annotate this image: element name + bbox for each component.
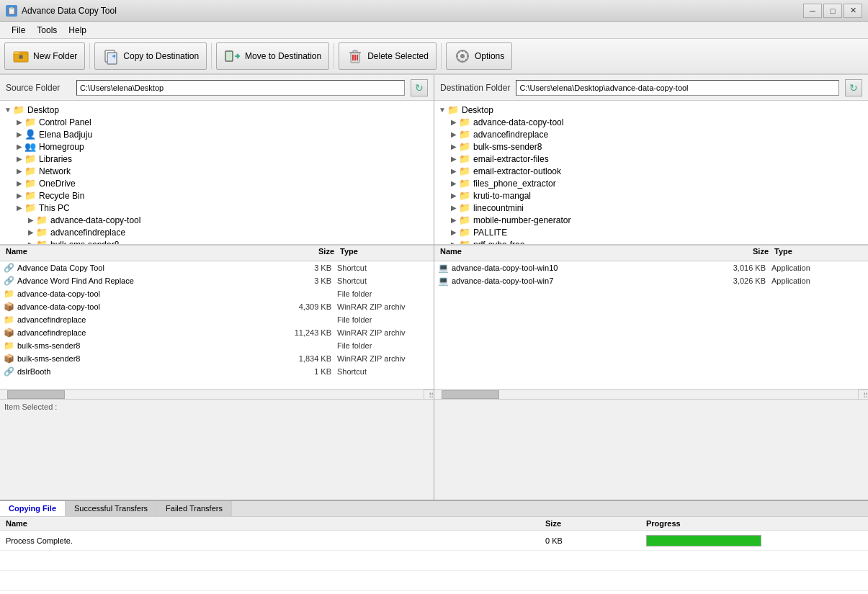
tree-item-dest-mobile[interactable]: ▶📁mobile-number-generator — [434, 214, 868, 226]
tree-item-libraries[interactable]: ▶📁Libraries — [0, 153, 434, 165]
maximize-button[interactable]: □ — [823, 4, 842, 18]
tree-item-dest-kruti[interactable]: ▶📁kruti-to-mangal — [434, 189, 868, 202]
folder-icon: 📁 — [24, 166, 36, 176]
tree-item-desktop[interactable]: ▼📁Desktop — [0, 104, 434, 116]
tree-item-dest-email-outlook[interactable]: ▶📁email-extractor-outlook — [434, 165, 868, 177]
tree-item-this-pc[interactable]: ▶📁This PC — [0, 202, 434, 214]
tree-item-homegroup[interactable]: ▶👥Homegroup — [0, 140, 434, 153]
menu-file[interactable]: File — [6, 24, 31, 37]
transfer-col-size: Size — [545, 519, 646, 528]
tree-item-dest-pallite[interactable]: ▶📁PALLITE — [434, 226, 868, 238]
file-name-text: bulk-sms-sender8 — [17, 354, 80, 363]
dest-path-input[interactable] — [516, 80, 839, 96]
close-button[interactable]: ✕ — [844, 4, 862, 18]
tree-item-onedrive[interactable]: ▶📁OneDrive — [0, 177, 434, 189]
file-item-name: 🔗Advance Data Copy Tool — [3, 262, 279, 274]
copy-to-dest-button[interactable]: Copy to Destination — [94, 42, 207, 70]
file-name-text: bulk-sms-sender8 — [17, 341, 80, 350]
file-name-text: advance-data-copy-tool-win7 — [452, 276, 553, 285]
source-resize-handle[interactable]: ⠿ — [424, 390, 434, 400]
tree-item-dest-files-phone[interactable]: ▶📁files_phone_extractor — [434, 177, 868, 189]
folder-icon: 📁 — [36, 215, 48, 225]
move-icon — [224, 48, 241, 65]
tree-item-control-panel[interactable]: ▶📁Control Panel — [0, 116, 434, 128]
file-item-name: 📁bulk-sms-sender8 — [3, 340, 279, 351]
dest-tree-scroll[interactable]: ▼📁Desktop▶📁advance-data-copy-tool▶📁advan… — [434, 101, 868, 244]
tree-item-label: Control Panel — [39, 117, 91, 127]
tab-copying-file[interactable]: Copying File — [0, 501, 66, 516]
tree-item-label: Desktop — [27, 105, 59, 115]
menu-bar: File Tools Help — [0, 22, 868, 39]
tree-item-label: Desktop — [462, 105, 493, 115]
expand-icon: ▶ — [26, 240, 36, 244]
file-type: WinRAR ZIP archiv — [337, 328, 431, 337]
file-item[interactable]: 💻advance-data-copy-tool-win73,026 KBAppl… — [434, 274, 868, 287]
source-horiz-scrollbar[interactable]: ⠿ — [0, 389, 434, 399]
file-item[interactable]: 📦bulk-sms-sender81,834 KBWinRAR ZIP arch… — [0, 352, 434, 365]
expand-icon: ▼ — [437, 106, 447, 114]
folder-icon: 📁 — [24, 117, 36, 127]
svg-point-15 — [460, 54, 465, 58]
expand-icon: ▶ — [14, 192, 24, 199]
options-button[interactable]: Options — [446, 42, 512, 70]
file-type: Shortcut — [337, 276, 431, 285]
tab-successful-transfers[interactable]: Successful Transfers — [66, 501, 157, 516]
source-path-input[interactable] — [76, 80, 405, 96]
file-type-icon: 📦 — [3, 327, 14, 338]
tree-item-label: Network — [39, 166, 71, 176]
file-item[interactable]: 🔗Advance Word Find And Replace3 KBShortc… — [0, 274, 434, 287]
expand-icon: ▶ — [449, 143, 459, 150]
file-item[interactable]: 📦advance-data-copy-tool4,309 KBWinRAR ZI… — [0, 300, 434, 313]
tab-failed-transfers[interactable]: Failed Transfers — [157, 501, 232, 516]
expand-icon: ▶ — [449, 155, 459, 163]
tree-item-src-advance-data[interactable]: ▶📁advance-data-copy-tool — [0, 214, 434, 226]
source-status-bar: Item Selected : — [0, 399, 434, 413]
source-file-area: Name Size Type 🔗Advance Data Copy Tool3 … — [0, 245, 434, 389]
menu-help[interactable]: Help — [63, 24, 92, 37]
source-file-list[interactable]: 🔗Advance Data Copy Tool3 KBShortcut🔗Adva… — [0, 261, 434, 389]
tree-item-label: email-extractor-outlook — [473, 166, 561, 176]
file-item[interactable]: 📦advancefindreplace11,243 KBWinRAR ZIP a… — [0, 326, 434, 339]
transfer-row-empty — [0, 551, 868, 571]
file-size: 3 KB — [279, 264, 337, 272]
tree-item-label: This PC — [39, 203, 70, 213]
file-item[interactable]: 🔗dslrBooth1 KBShortcut — [0, 365, 434, 378]
tree-item-dest-advancefind[interactable]: ▶📁advancefindreplace — [434, 128, 868, 140]
tree-item-dest-advance-data[interactable]: ▶📁advance-data-copy-tool — [434, 116, 868, 128]
tree-item-src-advancefind[interactable]: ▶📁advancefindreplace — [0, 226, 434, 238]
folder-icon: 📁 — [459, 215, 470, 225]
tree-item-label: OneDrive — [39, 179, 76, 189]
source-tree-scroll[interactable]: ▼📁Desktop▶📁Control Panel▶👤Elena Badjuju▶… — [0, 101, 434, 244]
tree-item-dest-pdf-cube[interactable]: ▶📁pdf-cube-free — [434, 238, 868, 244]
source-panel: Source Folder ↻ ▼📁Desktop▶📁Control Panel… — [0, 75, 434, 500]
transfer-header: Name Size Progress — [0, 517, 868, 531]
toolbar: New Folder Copy to Destination Move to D… — [0, 39, 868, 75]
tree-item-network[interactable]: ▶📁Network — [0, 165, 434, 177]
file-item[interactable]: 📁advancefindreplaceFile folder — [0, 313, 434, 326]
minimize-button[interactable]: ─ — [803, 4, 822, 18]
tree-item-dest-linecount[interactable]: ▶📁linecountmini — [434, 202, 868, 214]
file-item-name: 💻advance-data-copy-tool-win10 — [437, 262, 714, 274]
file-item[interactable]: 📁advance-data-copy-toolFile folder — [0, 287, 434, 300]
new-folder-button[interactable]: New Folder — [4, 42, 85, 70]
dest-file-list[interactable]: 💻advance-data-copy-tool-win103,016 KBApp… — [434, 261, 868, 389]
tree-item-dest-bulk-sms[interactable]: ▶📁bulk-sms-sender8 — [434, 140, 868, 153]
menu-tools[interactable]: Tools — [31, 24, 63, 37]
tree-item-label: Homegroup — [39, 142, 84, 152]
source-refresh-button[interactable]: ↻ — [411, 79, 428, 96]
delete-selected-button[interactable]: Delete Selected — [339, 42, 437, 70]
move-to-dest-button[interactable]: Move to Destination — [216, 42, 329, 70]
svg-rect-6 — [107, 53, 117, 64]
dest-resize-handle[interactable]: ⠿ — [858, 390, 868, 400]
file-item[interactable]: 💻advance-data-copy-tool-win103,016 KBApp… — [434, 261, 868, 274]
tree-item-dest-desktop[interactable]: ▼📁Desktop — [434, 104, 868, 116]
tree-item-elena-badjuju[interactable]: ▶👤Elena Badjuju — [0, 128, 434, 140]
tree-item-src-bulk-sms[interactable]: ▶📁bulk-sms-sender8 — [0, 238, 434, 244]
dest-horiz-scrollbar[interactable]: ⠿ — [434, 389, 868, 399]
dest-refresh-button[interactable]: ↻ — [845, 79, 862, 96]
tree-item-recycle-bin[interactable]: ▶📁Recycle Bin — [0, 189, 434, 202]
tree-item-dest-email-files[interactable]: ▶📁email-extractor-files — [434, 153, 868, 165]
file-item[interactable]: 🔗Advance Data Copy Tool3 KBShortcut — [0, 261, 434, 274]
file-item[interactable]: 📁bulk-sms-sender8File folder — [0, 339, 434, 352]
tree-item-label: Recycle Bin — [39, 191, 84, 201]
